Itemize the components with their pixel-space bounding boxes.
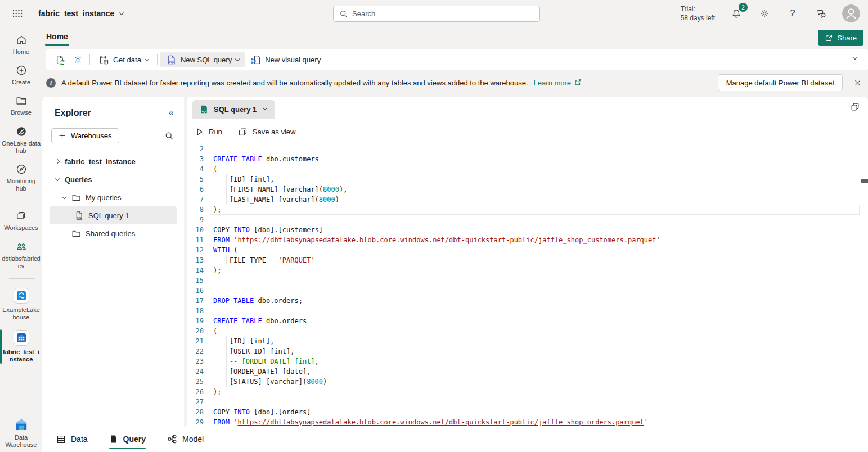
monitoring-icon (15, 163, 28, 175)
code-line-26[interactable]: 26); (187, 387, 860, 397)
collapse-panel-icon[interactable]: « (169, 108, 174, 118)
tree-item-queries[interactable]: Queries (50, 170, 177, 188)
workspace-switcher[interactable]: fabric_test_instance (38, 9, 123, 18)
data-grid-icon (56, 435, 66, 444)
toolbar-divider (157, 54, 158, 65)
tree-item-label: SQL query 1 (88, 211, 129, 220)
code-line-22[interactable]: 22 [USER_ID] [int], (187, 346, 860, 356)
get-data-button[interactable]: Get data (93, 52, 154, 67)
code-line-2[interactable]: 2 (187, 144, 860, 154)
code-line-9[interactable]: 9 (187, 215, 860, 225)
query-settings-button[interactable] (69, 52, 87, 67)
code-line-21[interactable]: 21 [ID] [int], (187, 336, 860, 346)
view-tab-data[interactable]: Data (56, 426, 88, 452)
line-number: 24 (187, 367, 204, 377)
code-line-11[interactable]: 11FROM 'https://dbtlabsynapsedatalake.bl… (187, 235, 860, 245)
avatar[interactable] (842, 4, 860, 22)
code-line-3[interactable]: 3CREATE TABLE dbo.customers (187, 154, 860, 164)
chevron-down-icon[interactable] (54, 179, 61, 180)
code-line-18[interactable]: 18 (187, 306, 860, 316)
rail-item-onelake-data-hub[interactable]: OneLake data hub (0, 125, 42, 155)
new-sql-query-button[interactable]: SQL New SQL query (160, 52, 245, 67)
home-icon (15, 34, 28, 46)
add-warehouses-button[interactable]: Warehouses (51, 128, 119, 143)
new-visual-query-button[interactable]: New visual query (245, 52, 326, 67)
refresh-doc-icon (55, 55, 65, 65)
tree-item-fabric-test-instance[interactable]: fabric_test_instance (50, 152, 177, 170)
share-button[interactable]: Share (818, 30, 863, 46)
code-line-27[interactable]: 27 (187, 397, 860, 407)
code-line-24[interactable]: 24 [ORDER_DATE] [date], (187, 367, 860, 377)
save-as-view-button[interactable]: Save as view (238, 127, 296, 137)
app-launcher-icon[interactable] (9, 5, 26, 22)
create-icon (15, 64, 28, 76)
code-line-6[interactable]: 6 [FIRST_NAME] [varchar](8000), (187, 184, 860, 195)
tree-item-shared-queries[interactable]: Shared queries (50, 224, 177, 242)
rail-item-home[interactable]: Home (0, 34, 42, 56)
tree-item-sql-query-1[interactable]: SQLSQL query 1 (50, 206, 177, 224)
editor-scrollbar[interactable] (860, 144, 868, 426)
code-line-8[interactable]: 8); (187, 205, 860, 215)
view-tab-model[interactable]: Model (167, 426, 204, 452)
refresh-button[interactable] (51, 52, 69, 67)
home-ribbon-toolbar: Get data SQL New SQL query New visual qu… (46, 49, 868, 70)
search-input[interactable] (352, 10, 534, 18)
code-text: FROM 'https://dbtlabsynapsedatalake.blob… (213, 417, 648, 426)
chevron-right-icon[interactable] (54, 160, 61, 163)
info-icon: i (46, 78, 56, 88)
notifications-button[interactable]: 2 (730, 7, 743, 20)
code-line-25[interactable]: 25 [STATUS] [varchar](8000) (187, 377, 860, 387)
code-line-20[interactable]: 20( (187, 326, 860, 336)
feedback-button[interactable] (814, 7, 827, 20)
rail-item-examplelakehouse[interactable]: ExampleLakehouse (0, 287, 42, 321)
code-line-17[interactable]: 17DROP TABLE dbo.orders; (187, 296, 860, 306)
line-number: 26 (187, 387, 204, 397)
close-tab-icon[interactable] (262, 106, 268, 113)
code-line-19[interactable]: 19CREATE TABLE dbo.orders (187, 316, 860, 326)
tab-sql-query-1[interactable]: SQL SQL query 1 (192, 100, 275, 119)
code-line-12[interactable]: 12WITH ( (187, 245, 860, 255)
copy-icon[interactable] (850, 102, 860, 114)
code-line-14[interactable]: 14); (187, 265, 860, 275)
settings-button[interactable] (758, 7, 771, 20)
help-button[interactable]: ? (786, 7, 799, 20)
toolbar-expand-chevron-icon[interactable] (853, 55, 857, 60)
manage-dataset-button[interactable]: Manage default Power BI dataset (718, 74, 843, 91)
browse-icon (15, 94, 28, 107)
line-number: 27 (187, 397, 204, 407)
code-text: ); (213, 205, 221, 215)
run-button[interactable]: Run (195, 128, 222, 136)
tab-home[interactable]: Home (46, 32, 68, 41)
code-line-23[interactable]: 23 -- [ORDER_DATE] [int], (187, 356, 860, 367)
code-line-15[interactable]: 15 (187, 275, 860, 286)
rail-item-browse[interactable]: Browse (0, 94, 42, 116)
line-number: 6 (187, 184, 204, 195)
rail-item-monitoring-hub[interactable]: Monitoring hub (0, 163, 42, 192)
learn-more-link[interactable]: Learn more (534, 79, 582, 87)
rail-item-dbtlabsfabricdev[interactable]: dbtlabsfabricdev (0, 241, 42, 270)
code-line-10[interactable]: 10COPY INTO [dbo].[customers] (187, 225, 860, 235)
view-tab-query[interactable]: Query (109, 426, 146, 452)
code-line-13[interactable]: 13 FILE_TYPE = 'PARQUET' (187, 255, 860, 265)
scrollbar-cursor-mark (861, 179, 868, 183)
rail-item-create[interactable]: Create (0, 64, 42, 86)
rail-item-fabric-test-instance[interactable]: fabric_test_instance (0, 329, 42, 363)
code-line-7[interactable]: 7 [LAST_NAME] [varchar](8000) (187, 195, 860, 205)
rail-item-workspaces[interactable]: Workspaces (0, 210, 42, 232)
code-line-16[interactable]: 16 (187, 286, 860, 296)
banner-close-icon[interactable] (854, 79, 861, 87)
chevron-down-icon[interactable] (61, 197, 68, 198)
code-line-5[interactable]: 5 [ID] [int], (187, 174, 860, 184)
code-line-29[interactable]: 29FROM 'https://dbtlabsynapsedatalake.bl… (187, 417, 860, 426)
rail-item-data-warehouse[interactable]: Data Warehouse (0, 417, 42, 449)
code-line-28[interactable]: 28COPY INTO [dbo].[orders] (187, 407, 860, 417)
rail-divider (9, 278, 34, 279)
code-line-4[interactable]: 4( (187, 164, 860, 174)
explorer-search-icon[interactable] (164, 131, 174, 141)
rail-item-label: OneLake data hub (0, 140, 42, 155)
rail-item-label: dbtlabsfabricdev (0, 255, 42, 270)
sql-code-editor[interactable]: 23CREATE TABLE dbo.customers4(5 [ID] [in… (187, 144, 860, 426)
warehouse-icon (13, 329, 30, 346)
tree-item-my-queries[interactable]: My queries (50, 188, 177, 206)
share-icon (825, 34, 833, 42)
